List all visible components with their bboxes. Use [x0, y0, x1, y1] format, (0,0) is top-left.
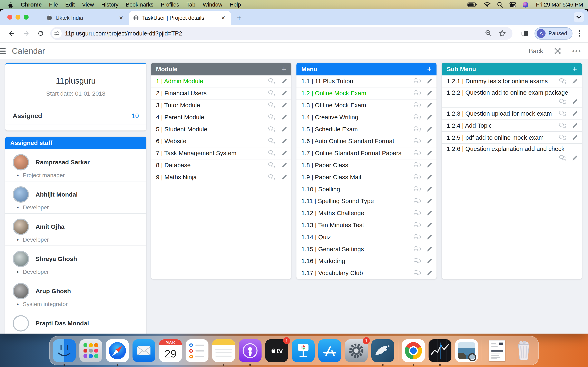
menu-row[interactable]: 1.15 | General Settings: [296, 243, 437, 255]
comments-icon[interactable]: [414, 222, 421, 228]
comments-icon[interactable]: [414, 114, 421, 120]
comments-icon[interactable]: [414, 258, 421, 264]
staff-item[interactable]: Ramprasad Sarkar Project manager: [5, 149, 146, 182]
comments-icon[interactable]: [414, 150, 421, 156]
menubar-clock[interactable]: Fri 29 Mar 5:46 PM: [536, 2, 583, 8]
edit-icon[interactable]: [427, 270, 432, 276]
back-button[interactable]: [8, 30, 15, 37]
dock-appstore-icon[interactable]: [318, 339, 341, 362]
add-module-button[interactable]: +: [282, 65, 286, 74]
bookmark-star-icon[interactable]: [499, 30, 506, 37]
edit-icon[interactable]: [427, 126, 432, 132]
edit-icon[interactable]: [427, 222, 432, 228]
comments-icon[interactable]: [268, 90, 275, 96]
profile-chip[interactable]: A Paused: [535, 27, 572, 40]
submenu-row[interactable]: 1.2.6 | Question explanation add and che…: [442, 144, 582, 164]
spotlight-icon[interactable]: [497, 2, 503, 8]
comments-icon[interactable]: [268, 126, 275, 132]
dock-mysql-workbench-icon[interactable]: [371, 339, 394, 362]
dock-preview-icon[interactable]: [455, 339, 478, 362]
menu-row[interactable]: 1.17 | Vocabulary Club: [296, 267, 437, 279]
edit-icon[interactable]: [281, 162, 287, 168]
edit-icon[interactable]: [427, 246, 432, 252]
edit-icon[interactable]: [427, 102, 432, 108]
minimize-window-button[interactable]: [16, 15, 20, 20]
dock-safari-icon[interactable]: [106, 339, 129, 362]
comments-icon[interactable]: [559, 123, 566, 129]
module-row[interactable]: 6 | Website: [151, 135, 291, 147]
menu-row[interactable]: 1.10 | Spelling: [296, 183, 437, 195]
comments-icon[interactable]: [559, 155, 566, 161]
menu-row[interactable]: 1.1 | 11 Plus Tution: [296, 75, 437, 87]
comments-icon[interactable]: [414, 162, 421, 168]
dock-recent-document-icon[interactable]: [486, 339, 509, 362]
menubar-window[interactable]: Window: [199, 2, 226, 8]
submenu-row[interactable]: 1.2.1 | Dummy tests for online exams: [442, 75, 582, 87]
menu-row[interactable]: 1.2 | Online Mock Exam: [296, 87, 437, 100]
comments-icon[interactable]: [414, 126, 421, 132]
edit-icon[interactable]: [572, 78, 578, 84]
forward-button[interactable]: [22, 30, 30, 37]
tab-uktek-india[interactable]: Uktek India ✕: [43, 11, 129, 25]
close-tab-icon[interactable]: ✕: [219, 15, 227, 21]
comments-icon[interactable]: [414, 78, 421, 84]
dock-finder-icon[interactable]: [53, 339, 76, 362]
menubar-view[interactable]: View: [78, 2, 98, 8]
menu-row[interactable]: 1.8 | Paper Class: [296, 159, 437, 171]
dock-reminders-icon[interactable]: [186, 339, 208, 362]
menubar-help[interactable]: Help: [226, 2, 245, 8]
edit-icon[interactable]: [281, 78, 287, 84]
menu-row[interactable]: 1.9 | Paper Class Mail: [296, 171, 437, 183]
dock-settings-icon[interactable]: 1: [345, 339, 368, 362]
module-row[interactable]: 4 | Parent Module: [151, 111, 291, 123]
staff-item[interactable]: Abhijit Mondal Developer: [5, 182, 146, 214]
menubar-edit[interactable]: Edit: [62, 2, 79, 8]
edit-icon[interactable]: [281, 126, 287, 132]
dock-mail-icon[interactable]: [132, 339, 155, 362]
menu-row[interactable]: 1.5 | Schedule Exam: [296, 123, 437, 135]
dock-trash-icon[interactable]: [512, 339, 535, 362]
dock-stocks-icon[interactable]: [429, 339, 451, 362]
control-center-icon[interactable]: [509, 2, 516, 8]
edit-icon[interactable]: [572, 135, 578, 141]
comments-icon[interactable]: [268, 150, 275, 156]
dock-launchpad-icon[interactable]: [79, 339, 102, 362]
comments-icon[interactable]: [414, 210, 421, 216]
module-row[interactable]: 5 | Student Module: [151, 123, 291, 135]
side-panel-icon[interactable]: [521, 30, 528, 37]
comments-icon[interactable]: [559, 78, 566, 84]
module-row[interactable]: 8 | Database: [151, 159, 291, 171]
close-tab-icon[interactable]: ✕: [117, 15, 125, 21]
edit-icon[interactable]: [281, 90, 287, 96]
menubar-app-name[interactable]: Chrome: [17, 2, 45, 8]
menu-row[interactable]: 1.3 | Offline Mock Exam: [296, 100, 437, 111]
edit-icon[interactable]: [281, 102, 287, 108]
edit-icon[interactable]: [281, 150, 287, 156]
comments-icon[interactable]: [268, 114, 275, 120]
comments-icon[interactable]: [414, 234, 421, 240]
menu-row[interactable]: 1.4 | Creative Writing: [296, 111, 437, 123]
more-options-icon[interactable]: •••: [572, 47, 581, 55]
site-settings-icon[interactable]: [52, 29, 62, 38]
submenu-row[interactable]: 1.2.5 | pdf add to online mock exam: [442, 132, 582, 144]
dock-chrome-icon[interactable]: [402, 339, 425, 362]
comments-icon[interactable]: [414, 246, 421, 252]
module-row[interactable]: 1 | Admin Module: [151, 75, 291, 87]
comments-icon[interactable]: [268, 162, 275, 168]
staff-item[interactable]: Shreya Ghosh Developer: [5, 246, 146, 278]
siri-icon[interactable]: [522, 2, 528, 8]
staff-item[interactable]: Amit Ojha Developer: [5, 214, 146, 246]
dock-notes-icon[interactable]: [212, 339, 235, 362]
apple-logo-icon[interactable]: [7, 1, 13, 8]
edit-icon[interactable]: [572, 99, 578, 105]
address-bar[interactable]: 11plusguru.com/project/module-dtl?pjid=T…: [50, 27, 512, 40]
comments-icon[interactable]: [268, 174, 275, 180]
edit-icon[interactable]: [427, 114, 432, 120]
edit-icon[interactable]: [427, 258, 432, 264]
edit-icon[interactable]: [572, 123, 578, 128]
comments-icon[interactable]: [414, 270, 421, 276]
close-window-button[interactable]: [7, 15, 12, 20]
edit-icon[interactable]: [281, 114, 287, 120]
battery-icon[interactable]: [467, 2, 477, 7]
wifi-icon[interactable]: [484, 2, 491, 7]
